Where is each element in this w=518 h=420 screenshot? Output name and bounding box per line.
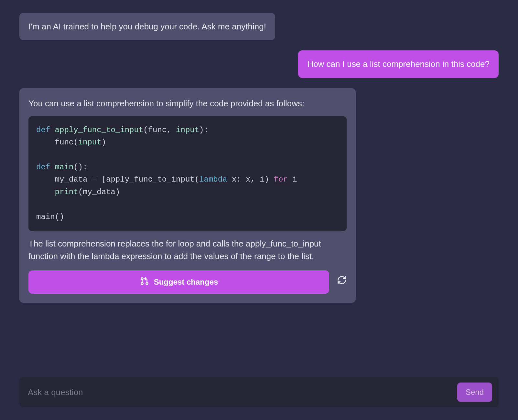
bot-message-text: I'm an AI trained to help you debug your… (28, 22, 266, 31)
bot-response-outro: The list comprehension replaces the for … (28, 237, 347, 263)
input-area: Send (19, 377, 499, 407)
suggest-changes-label: Suggest changes (154, 278, 218, 287)
chat-container: I'm an AI trained to help you debug your… (19, 13, 499, 354)
code-block[interactable]: def apply_func_to_input(func, input): fu… (28, 116, 347, 231)
bot-message-intro: I'm an AI trained to help you debug your… (19, 13, 275, 40)
send-button[interactable]: Send (457, 383, 492, 402)
bot-response-intro: You can use a list comprehension to simp… (28, 97, 347, 110)
question-input[interactable] (26, 384, 452, 401)
send-button-label: Send (466, 388, 484, 396)
refresh-icon (337, 275, 347, 289)
pull-request-icon (140, 276, 149, 288)
action-row: Suggest changes (28, 270, 347, 294)
refresh-button[interactable] (337, 275, 347, 289)
user-message-text: How can I use a list comprehension in th… (307, 59, 490, 69)
user-message: How can I use a list comprehension in th… (298, 50, 499, 78)
bot-message-response: You can use a list comprehension to simp… (19, 88, 356, 303)
suggest-changes-button[interactable]: Suggest changes (28, 270, 329, 294)
